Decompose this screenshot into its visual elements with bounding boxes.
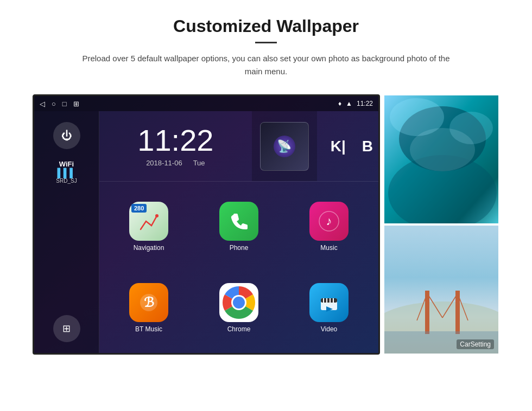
btmusic-icon: ℬ xyxy=(129,283,168,322)
wifi-signal-icon: ▲ xyxy=(346,100,352,107)
recents-icon[interactable]: □ xyxy=(62,100,67,108)
status-right: ♦ ▲ 11:22 xyxy=(338,100,373,107)
status-left: ◁ ○ □ ⊞ xyxy=(40,100,79,108)
app-video-label: Video xyxy=(321,325,337,333)
main-area: 11:22 2018-11-06 Tue 📡 K| B xyxy=(99,111,378,353)
clock-day-value: Tue xyxy=(193,159,205,167)
app-music-label: Music xyxy=(320,244,337,252)
wallpaper-thumb-bridge[interactable]: CarSetting xyxy=(383,224,499,355)
page-title: Customized Wallpaper xyxy=(173,16,359,36)
back-icon[interactable]: ◁ xyxy=(40,100,45,108)
app-chrome[interactable]: Chrome xyxy=(196,269,282,346)
wifi-ssid: SRD_SJ xyxy=(56,178,77,184)
clock-row: 11:22 2018-11-06 Tue 📡 K| B xyxy=(99,111,378,182)
title-divider xyxy=(255,42,277,43)
media-section: 📡 xyxy=(252,111,317,181)
clock-date: 2018-11-06 Tue xyxy=(146,159,205,167)
page-subtitle: Preload over 5 default wallpaper options… xyxy=(76,52,456,78)
app-phone-label: Phone xyxy=(230,244,249,252)
svg-text:ℬ: ℬ xyxy=(144,295,154,310)
app-phone[interactable]: Phone xyxy=(196,188,282,265)
apps-grid-button[interactable]: ⊞ xyxy=(53,315,80,342)
clock-extras: K| B xyxy=(317,111,378,181)
clock-section: 11:22 2018-11-06 Tue xyxy=(99,111,252,181)
android-screen: ◁ ○ □ ⊞ ♦ ▲ 11:22 ⏻ WiFi ▌▌▌ SRD_SJ xyxy=(33,94,380,355)
sidebar: ⏻ WiFi ▌▌▌ SRD_SJ ⊞ xyxy=(34,111,99,353)
nav-shield-label: 280 xyxy=(131,204,147,213)
ki-badge: K| xyxy=(325,138,351,155)
device-container: ◁ ○ □ ⊞ ♦ ▲ 11:22 ⏻ WiFi ▌▌▌ SRD_SJ xyxy=(33,94,499,355)
b-badge: B xyxy=(357,138,378,155)
phone-icon xyxy=(219,202,258,241)
location-icon: ♦ xyxy=(338,100,341,107)
svg-point-7 xyxy=(233,297,245,309)
screen-body: ⏻ WiFi ▌▌▌ SRD_SJ ⊞ 11:22 2018-11-06 Tu xyxy=(34,111,378,353)
nav-icon: 280 xyxy=(129,202,168,241)
wifi-info: WiFi ▌▌▌ SRD_SJ xyxy=(56,160,77,184)
app-nav-label: Navigation xyxy=(134,244,164,252)
app-btmusic[interactable]: ℬ BT Music xyxy=(106,269,192,346)
video-icon xyxy=(309,283,349,322)
media-signal-icon: 📡 xyxy=(274,136,295,157)
power-button[interactable]: ⏻ xyxy=(53,122,80,149)
wallpaper-thumb-ice[interactable] xyxy=(383,94,499,224)
svg-point-20 xyxy=(410,128,475,171)
wallpaper-thumbnails: CarSetting xyxy=(383,94,499,355)
app-navigation[interactable]: 280 Navigation xyxy=(106,188,192,265)
status-time: 11:22 xyxy=(357,100,373,107)
app-btmusic-label: BT Music xyxy=(135,325,162,333)
clock-date-value: 2018-11-06 xyxy=(146,159,182,167)
wifi-label: WiFi xyxy=(56,160,77,168)
wifi-bars-icon: ▌▌▌ xyxy=(56,168,77,178)
svg-text:♪: ♪ xyxy=(326,214,332,228)
carsetting-label: CarSetting xyxy=(457,339,494,349)
app-music[interactable]: ♪ Music xyxy=(286,188,372,265)
svg-point-0 xyxy=(155,214,159,217)
clock-time: 11:22 xyxy=(137,125,213,156)
home-icon[interactable]: ○ xyxy=(52,100,56,108)
app-chrome-label: Chrome xyxy=(227,325,251,333)
app-video[interactable]: Video xyxy=(286,269,372,346)
apps-grid: 280 Navigation xyxy=(99,182,378,353)
status-bar: ◁ ○ □ ⊞ ♦ ▲ 11:22 xyxy=(34,96,378,111)
media-icon: 📡 xyxy=(260,122,309,171)
gallery-icon[interactable]: ⊞ xyxy=(73,100,79,108)
music-icon: ♪ xyxy=(309,202,349,241)
chrome-icon xyxy=(219,283,258,322)
